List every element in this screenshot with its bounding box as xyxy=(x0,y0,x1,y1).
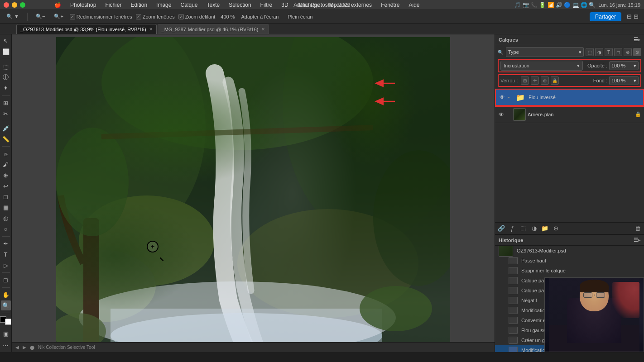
move-tool[interactable]: ↖ xyxy=(1,36,11,46)
history-brush-tool[interactable]: ↩ xyxy=(1,181,11,191)
tab-2-close[interactable]: ✕ xyxy=(261,27,265,32)
eraser-tool[interactable]: ◻ xyxy=(1,192,11,202)
add-style-btn[interactable]: ƒ xyxy=(508,224,517,233)
background-color[interactable] xyxy=(5,319,11,325)
history-panel-collapse[interactable]: ▸ xyxy=(638,238,640,243)
lock-artboard-icon[interactable]: ⊕ xyxy=(541,76,549,85)
apple-menu[interactable]: 🍎 xyxy=(53,2,63,8)
layer-type-dropdown[interactable]: Type ▾ xyxy=(506,47,584,57)
path-select-tool[interactable]: ▷ xyxy=(1,260,11,270)
history-item-3[interactable]: Supprimer le calque xyxy=(495,266,644,276)
history-panel-menu-icon[interactable]: ☰ xyxy=(634,237,638,243)
tool-preset-btn[interactable]: 🔍 ▼ xyxy=(4,13,22,20)
artboard-tool[interactable]: ⬜ xyxy=(1,47,11,57)
fill-value[interactable]: 100 % ▾ xyxy=(609,76,639,85)
share-button[interactable]: Partager xyxy=(590,12,621,21)
filter-adjust-icon[interactable]: ◑ xyxy=(595,48,603,56)
spot-heal-tool[interactable]: ⌾ xyxy=(1,149,11,159)
filter-smart-icon[interactable]: ⊛ xyxy=(624,48,632,56)
history-item-2[interactable]: Passe haut xyxy=(495,256,644,266)
history-item-top[interactable]: OZ97613-Modifier.psd xyxy=(495,246,644,256)
standard-mode-btn[interactable]: ▣ xyxy=(1,329,11,338)
opacity-value[interactable]: 100 % ▾ xyxy=(609,61,639,70)
menu-fichier[interactable]: Fichier xyxy=(103,2,123,8)
layer-arriere-plan[interactable]: 👁 Arrière-plan 🔒 xyxy=(495,106,644,123)
menu-photoshop[interactable]: Photoshop xyxy=(68,2,98,8)
plugin-btn[interactable]: ⋯ xyxy=(1,340,11,350)
resize-windows-check[interactable]: Redimensionner fenêtres xyxy=(70,14,132,19)
maximize-button[interactable] xyxy=(20,2,25,8)
filter-toggle-icon[interactable]: ⊙ xyxy=(633,48,641,56)
menu-3d[interactable]: 3D xyxy=(279,2,290,8)
layers-panel-collapse[interactable]: ▸ xyxy=(638,37,640,42)
eyedropper-tool[interactable]: 💉 xyxy=(1,124,11,133)
zoom-windows-check[interactable]: Zoom fenêtres xyxy=(136,14,175,19)
pen-tool[interactable]: ✒ xyxy=(1,239,11,249)
brush-tool[interactable]: 🖌 xyxy=(1,160,11,170)
quick-select-tool[interactable]: ✦ xyxy=(1,83,11,93)
tab-1-close[interactable]: ✕ xyxy=(149,27,153,32)
zoom-tool[interactable]: 🔍 xyxy=(1,300,11,310)
ruler-tool[interactable]: 📏 xyxy=(1,134,11,144)
lasso-tool[interactable]: ⓛ xyxy=(1,72,11,82)
svg-point-9 xyxy=(79,281,396,349)
text-tool[interactable]: T xyxy=(1,250,11,260)
workspace-btn[interactable]: ⊞ xyxy=(634,13,639,20)
panels-toggle-btn[interactable]: ⊟ xyxy=(627,13,632,20)
layer-visibility-flou[interactable]: 👁 xyxy=(499,94,506,101)
lock-all-icon[interactable]: 🔒 xyxy=(551,76,559,85)
shape-tool[interactable]: ◻ xyxy=(1,275,11,285)
crop-tool[interactable]: ⊞ xyxy=(1,98,11,108)
zoom-scroll-check[interactable]: Zoom défilant xyxy=(178,14,216,19)
zoom-out-btn[interactable]: 🔍− xyxy=(33,13,48,20)
status-back-btn[interactable]: ◀ xyxy=(15,345,19,350)
marquee-tool[interactable]: ⬚ xyxy=(1,62,11,71)
new-adjustment-btn[interactable]: ◑ xyxy=(529,224,538,233)
filter-shape-icon[interactable]: ◻ xyxy=(614,48,622,56)
lock-checkers-icon[interactable]: ⊞ xyxy=(521,76,529,85)
layer-expand-flou[interactable]: ▸ xyxy=(508,95,512,100)
dodge-tool[interactable]: ○ xyxy=(1,224,11,234)
tab-2[interactable]: _MG_9387-Modifier.psd @ 46,1% (RVB/16) ✕ xyxy=(158,24,269,34)
menu-aide[interactable]: Aide xyxy=(407,2,421,8)
menu-image[interactable]: Image xyxy=(154,2,173,8)
filter-text-icon[interactable]: T xyxy=(605,48,613,56)
checkbox-zoom-scroll[interactable] xyxy=(178,14,184,19)
new-group-btn[interactable]: 📁 xyxy=(540,224,549,233)
close-button[interactable] xyxy=(4,2,9,8)
menu-filtre[interactable]: Filtre xyxy=(259,2,274,8)
menu-texte[interactable]: Texte xyxy=(205,2,222,8)
stamp-tool[interactable]: ⊕ xyxy=(1,171,11,181)
menu-edition[interactable]: Edition xyxy=(129,2,149,8)
adapter-ecran-btn[interactable]: Adapter à l'écran xyxy=(239,13,282,20)
window-controls[interactable] xyxy=(0,2,25,8)
zoom-in-btn[interactable]: 🔍+ xyxy=(51,13,66,20)
plein-ecran-btn[interactable]: Plein écran xyxy=(285,13,315,20)
hand-tool[interactable]: ✋ xyxy=(1,290,11,300)
new-layer-btn[interactable]: ⊕ xyxy=(551,224,560,233)
layer-flou-inverse[interactable]: 👁 ▸ 📁 Flou inversé xyxy=(495,89,644,106)
canvas-area[interactable]: + ◀ ▶ ⬤ Nik Collection Selective To xyxy=(12,34,495,352)
link-layers-btn[interactable]: 🔗 xyxy=(497,224,506,233)
color-swatches[interactable] xyxy=(0,315,12,326)
menu-fenetre[interactable]: Fenêtre xyxy=(379,2,401,8)
checkbox-resize[interactable] xyxy=(70,14,75,19)
lock-position-icon[interactable]: ✛ xyxy=(531,76,539,85)
filter-pixel-icon[interactable]: ⬚ xyxy=(586,48,594,56)
menu-calque[interactable]: Calque xyxy=(178,2,199,8)
blur-tool[interactable]: ◍ xyxy=(1,213,11,223)
menu-selection[interactable]: Sélection xyxy=(227,2,253,8)
status-forward-btn[interactable]: ▶ xyxy=(23,345,26,350)
layer-visibility-bg[interactable]: 👁 xyxy=(498,111,505,118)
tab-1[interactable]: _OZ97613-Modifier.psd @ 33,9% (Flou inve… xyxy=(16,24,157,34)
layers-panel-menu-icon[interactable]: ☰ xyxy=(634,37,638,43)
minimize-button[interactable] xyxy=(12,2,17,8)
svg-point-1 xyxy=(56,37,206,241)
delete-layer-btn[interactable]: 🗑 xyxy=(633,224,642,233)
checkbox-zoom-win[interactable] xyxy=(136,14,141,19)
slice-tool[interactable]: ✂ xyxy=(1,109,11,119)
add-mask-btn[interactable]: ⬚ xyxy=(519,224,528,233)
gradient-tool[interactable]: ▦ xyxy=(1,203,11,213)
history-thumb-4 xyxy=(509,277,518,284)
blend-mode-dropdown[interactable]: Incrustation ▾ xyxy=(500,61,583,71)
